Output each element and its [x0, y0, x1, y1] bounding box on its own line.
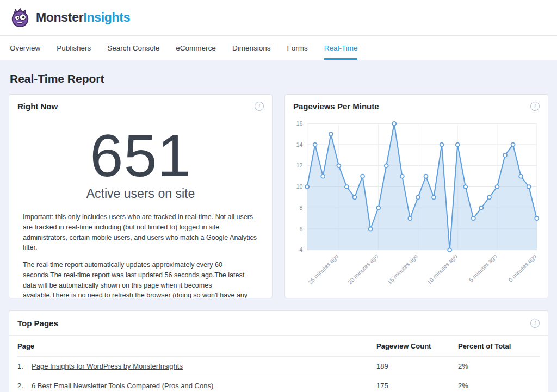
info-icon[interactable]: i [530, 319, 540, 328]
logo-wordmark: MonsterInsights [36, 10, 130, 25]
active-users-count: 651 [9, 126, 272, 185]
logo-monster-text: Monster [36, 10, 83, 24]
svg-text:16: 16 [296, 120, 303, 127]
monsterinsights-logo[interactable]: MonsterInsights [10, 8, 130, 28]
active-users-label: Active users on site [9, 186, 272, 201]
pageview-count: 175 [376, 376, 458, 392]
report-tabs: Overview Publishers Search Console eComm… [0, 36, 557, 60]
svg-text:4: 4 [300, 246, 303, 253]
monster-mascot-icon [10, 8, 30, 28]
app-header: MonsterInsights [0, 0, 557, 36]
svg-text:10 minutes ago: 10 minutes ago [425, 253, 458, 285]
row-rank: 2. [17, 382, 32, 390]
right-now-panel: Right Now i 651 Active users on site Imp… [9, 94, 273, 298]
svg-text:8: 8 [300, 204, 303, 211]
right-now-note-2: The real-time report automatically updat… [9, 260, 272, 298]
table-row: 2. 6 Best Email Newsletter Tools Compare… [9, 376, 548, 392]
right-now-note-1: Important: this only includes users who … [9, 212, 272, 253]
column-header-page: Page [17, 336, 376, 357]
tab-ecommerce[interactable]: eCommerce [176, 36, 216, 60]
svg-text:12: 12 [296, 162, 303, 169]
top-pages-column-headers: Page Pageview Count Percent of Total [9, 336, 548, 357]
svg-text:5 minutes ago: 5 minutes ago [467, 253, 498, 283]
page-link[interactable]: 6 Best Email Newsletter Tools Compared (… [32, 382, 213, 390]
tab-search-console[interactable]: Search Console [107, 36, 159, 60]
info-icon[interactable]: i [530, 102, 540, 111]
tab-publishers[interactable]: Publishers [57, 36, 91, 60]
tab-forms[interactable]: Forms [287, 36, 307, 60]
tab-overview[interactable]: Overview [10, 36, 40, 60]
right-now-title: Right Now [17, 102, 58, 111]
svg-text:0 minutes ago: 0 minutes ago [507, 253, 537, 283]
pageviews-header: Pageviews Per Minute i [285, 95, 548, 116]
info-icon[interactable]: i [255, 102, 264, 111]
page-title: Real-Time Report [0, 60, 557, 94]
right-now-header: Right Now i [9, 95, 272, 116]
svg-text:6: 6 [300, 226, 303, 232]
top-pages-header: Top Pages i [9, 311, 548, 336]
tab-real-time[interactable]: Real-Time [324, 36, 358, 60]
svg-text:14: 14 [296, 141, 303, 148]
percent-of-total: 2% [458, 376, 540, 392]
column-header-pageview-count: Pageview Count [376, 336, 458, 357]
top-pages-title: Top Pages [17, 319, 58, 328]
table-row: 1. Page Insights for WordPress by Monste… [9, 357, 548, 376]
svg-text:20 minutes ago: 20 minutes ago [346, 253, 379, 285]
pageview-count: 189 [376, 357, 458, 376]
pageviews-title: Pageviews Per Minute [293, 102, 379, 111]
row-rank: 1. [17, 362, 32, 370]
svg-text:10: 10 [296, 183, 303, 190]
tab-dimensions[interactable]: Dimensions [232, 36, 271, 60]
panels-row: Right Now i 651 Active users on site Imp… [0, 94, 557, 298]
svg-text:25 minutes ago: 25 minutes ago [307, 253, 339, 285]
pageviews-chart[interactable]: 4681012141625 minutes ago20 minutes ago1… [285, 116, 548, 293]
pageviews-panel: Pageviews Per Minute i 4681012141625 min… [284, 94, 548, 298]
top-pages-panel: Top Pages i Page Pageview Count Percent … [9, 310, 548, 392]
logo-insights-text: Insights [83, 10, 130, 24]
percent-of-total: 2% [458, 357, 540, 376]
svg-text:15 minutes ago: 15 minutes ago [386, 253, 419, 285]
column-header-percent-of-total: Percent of Total [458, 336, 540, 357]
page-link[interactable]: Page Insights for WordPress by MonsterIn… [32, 362, 183, 370]
